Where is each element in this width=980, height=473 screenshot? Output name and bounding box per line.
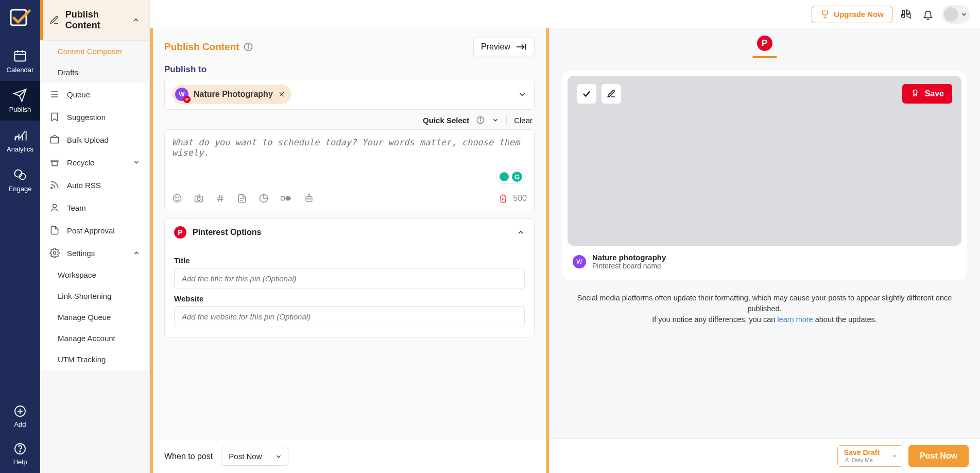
save-draft-dropdown[interactable]	[886, 446, 903, 466]
sidebar-item-workspace[interactable]: Workspace	[40, 264, 149, 285]
svg-rect-48	[306, 197, 312, 201]
sidebar-item-label: Link Shortening	[58, 292, 111, 300]
ai-bot-icon[interactable]	[304, 193, 314, 204]
svg-rect-21	[52, 162, 57, 166]
user-menu[interactable]	[942, 5, 970, 24]
publish-to-label: Publish to	[164, 64, 535, 75]
sidebar-item-label: Team	[67, 204, 86, 212]
sidebar-item-manage-account[interactable]: Manage Account	[40, 328, 149, 349]
avatar	[944, 7, 958, 22]
svg-point-24	[54, 252, 56, 255]
hashtag-icon[interactable]	[215, 193, 226, 204]
feedback-icon[interactable]	[901, 9, 914, 20]
nav-publish-label: Publish	[9, 106, 31, 113]
sidebar-item-bulk-upload[interactable]: Bulk Upload	[40, 128, 149, 151]
app-logo[interactable]	[7, 5, 33, 31]
pin-title-input[interactable]	[174, 268, 525, 289]
preview-button[interactable]: Preview	[473, 38, 535, 56]
sidebar-item-recycle[interactable]: Recycle	[40, 151, 149, 174]
when-to-post-select[interactable]: Post Now	[221, 447, 288, 466]
svg-point-49	[307, 198, 308, 199]
plug-icon[interactable]	[280, 193, 293, 204]
sidebar-item-drafts[interactable]: Drafts	[40, 62, 149, 83]
info-icon[interactable]	[476, 116, 485, 124]
sidebar-item-queue[interactable]: Queue	[40, 83, 149, 106]
account-chip: WP Nature Photography	[172, 85, 291, 104]
bell-icon[interactable]	[922, 9, 934, 20]
publish-to-selector[interactable]: WP Nature Photography	[164, 79, 535, 110]
trash-icon[interactable]	[498, 194, 508, 203]
pinterest-options-header[interactable]: P Pinterest Options	[165, 219, 534, 246]
sidebar-item-content-composer[interactable]: Content Composer	[40, 41, 149, 62]
sidebar-item-label: Auto RSS	[67, 181, 101, 190]
quick-select-dropdown[interactable]	[492, 116, 499, 124]
sidebar-item-manage-queue[interactable]: Manage Queue	[40, 307, 149, 328]
nav-engage-label: Engage	[9, 185, 32, 193]
pie-icon[interactable]	[259, 193, 269, 204]
collapse-sidebar-handle[interactable]: ‹	[150, 389, 153, 403]
pinterest-badge-icon: P	[183, 96, 191, 103]
post-now-button[interactable]: Post Now	[908, 445, 969, 467]
nav-help-label: Help	[13, 458, 27, 466]
document-icon[interactable]	[237, 193, 247, 204]
sidebar-item-auto-rss[interactable]: Auto RSS	[40, 174, 149, 196]
svg-point-27	[248, 45, 249, 46]
preview-image-placeholder: Save	[568, 76, 961, 246]
save-pin-button[interactable]: Save	[902, 84, 952, 104]
approve-button[interactable]	[577, 84, 596, 104]
svg-point-34	[480, 118, 480, 119]
page-title: Publish Content	[164, 41, 253, 53]
remove-account-icon[interactable]	[278, 91, 285, 98]
composer-footer: When to post Post Now	[153, 439, 546, 473]
pinterest-options-panel: P Pinterest Options Title Website	[164, 218, 535, 338]
chevron-down-icon	[133, 159, 140, 166]
sidebar-item-label: Manage Queue	[58, 313, 111, 322]
chevron-up-icon	[133, 249, 140, 257]
pinterest-preview-tab[interactable]: P	[757, 36, 772, 51]
save-draft-button[interactable]: Save Draft Only Me	[837, 445, 903, 466]
nav-analytics[interactable]: Analytics	[0, 121, 40, 160]
upgrade-button[interactable]: Upgrade Now	[812, 6, 892, 23]
nav-calendar-label: Calendar	[7, 66, 34, 74]
sidebar-item-team[interactable]: Team	[40, 196, 149, 219]
camera-icon[interactable]	[194, 193, 204, 204]
save-label: Save	[925, 89, 944, 98]
when-to-post-label: When to post	[164, 452, 213, 461]
edit-button[interactable]	[601, 84, 621, 104]
svg-point-53	[846, 458, 848, 460]
chevron-up-icon	[517, 228, 525, 236]
chevron-up-icon	[132, 16, 140, 24]
clear-button[interactable]: Clear	[514, 116, 532, 125]
nav-add[interactable]: Add	[14, 398, 26, 435]
emoji-icon[interactable]	[172, 193, 182, 204]
sidebar-item-label: Manage Account	[58, 334, 115, 343]
bulb-icon	[500, 172, 509, 181]
svg-point-22	[51, 188, 53, 189]
svg-rect-1	[15, 52, 26, 61]
preview-label: Preview	[481, 42, 510, 52]
preview-subtitle: Pinterest board name	[592, 262, 666, 270]
sidebar-item-utm-tracking[interactable]: UTM Tracking	[40, 349, 149, 370]
nav-calendar[interactable]: Calendar	[0, 41, 40, 81]
nav-publish[interactable]: Publish	[0, 81, 40, 121]
composer-input[interactable]	[172, 137, 527, 183]
sidebar-item-link-shortening[interactable]: Link Shortening	[40, 285, 149, 307]
sidebar-header[interactable]: Publish Content	[40, 0, 149, 41]
svg-point-35	[174, 195, 181, 202]
left-rail: Calendar Publish Analytics Engage Add He…	[0, 0, 40, 473]
nav-help[interactable]: Help	[13, 435, 27, 473]
pin-website-input[interactable]	[174, 306, 525, 327]
only-me-label: Only Me	[852, 457, 873, 463]
svg-point-23	[53, 204, 57, 208]
publish-sidebar: Publish Content Content Composer Drafts …	[40, 0, 150, 473]
topbar: Upgrade Now	[300, 0, 980, 28]
learn-more-link[interactable]: learn more	[777, 315, 813, 324]
sidebar-item-settings[interactable]: Settings	[40, 242, 149, 264]
sidebar-item-suggestion[interactable]: Suggestion	[40, 106, 149, 128]
sidebar-item-label: Workspace	[58, 271, 96, 279]
grammarly-widget[interactable]: G	[496, 170, 526, 184]
pin-website-label: Website	[174, 294, 525, 303]
nav-engage[interactable]: Engage	[0, 160, 40, 200]
preview-title: Nature photography	[592, 253, 666, 262]
sidebar-item-post-approval[interactable]: Post Approval	[40, 219, 149, 242]
